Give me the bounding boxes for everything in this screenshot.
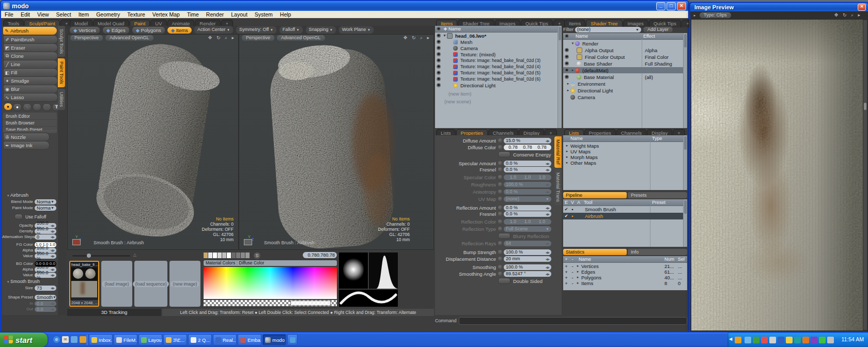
shader-row-directional-light[interactable]: ▸Directional Light bbox=[563, 87, 684, 93]
double-sided-toggle[interactable] bbox=[498, 278, 510, 284]
menu-item[interactable]: Item bbox=[75, 11, 92, 18]
eye-icon[interactable] bbox=[437, 83, 441, 87]
filter-dropdown[interactable]: (none)▼ bbox=[575, 27, 641, 33]
image-preview-titlebar[interactable]: Image Preview ✕ bbox=[690, 3, 868, 11]
minus-button[interactable]: - bbox=[569, 263, 576, 269]
mini-knob-icon[interactable] bbox=[498, 206, 502, 210]
swatch-s-button[interactable]: S bbox=[253, 252, 261, 260]
smoothing-field[interactable]: 100.0 %◀▶ bbox=[504, 264, 551, 270]
menu-vertex-map[interactable]: Vertex Map bbox=[149, 11, 183, 18]
task-embarcadero[interactable]: Emba... bbox=[238, 334, 261, 345]
texture-preview-canvas[interactable] bbox=[691, 20, 864, 330]
shape-preset-dropdown[interactable]: Smooth▼ bbox=[35, 295, 56, 300]
use-falloff-checkbox[interactable] bbox=[14, 214, 23, 219]
shader-row-final-color-output[interactable]: Final Color OutputFinal Color bbox=[563, 54, 684, 60]
menu-system[interactable]: System bbox=[251, 11, 276, 18]
mini-knob-icon[interactable] bbox=[498, 250, 502, 254]
items-scrollbar[interactable] bbox=[557, 26, 562, 128]
tool-airbrush[interactable]: ✎Airbrush bbox=[3, 27, 57, 35]
eye-icon[interactable] bbox=[565, 68, 569, 72]
eye-icon[interactable] bbox=[437, 52, 441, 56]
symmetry-dropdown[interactable]: Symmetry: Off ▼ bbox=[236, 26, 277, 34]
tool-clone[interactable]: ⧉Clone bbox=[3, 52, 58, 60]
tray-icon[interactable] bbox=[761, 337, 768, 343]
falloff-dropdown[interactable]: Falloff ▼ bbox=[279, 26, 303, 34]
specular-amount-field[interactable]: 0.0 %◀▶ bbox=[504, 161, 551, 166]
menu-help[interactable]: Help bbox=[276, 11, 295, 18]
tool-blur[interactable]: ◉Blur bbox=[3, 85, 58, 93]
action-center-dropdown[interactable]: Action Center ▼ bbox=[194, 26, 234, 34]
bump-strength-field[interactable]: 100.0 %◀▶ bbox=[504, 249, 551, 255]
viewport2-type-button[interactable]: Perspective bbox=[242, 35, 274, 41]
side-tab-utilities[interactable]: Utilities bbox=[58, 89, 65, 110]
image-thumb-selected[interactable]: head_bake_fi ... 2048 x 2048, ... bbox=[69, 261, 99, 307]
mini-knob-icon[interactable] bbox=[498, 257, 502, 261]
mode-vertices-button[interactable]: ◆ Vertices bbox=[69, 26, 100, 34]
brush-circle-button[interactable]: ● bbox=[13, 103, 22, 111]
tool-eraser[interactable]: ◩Eraser bbox=[3, 43, 58, 52]
tray-clock[interactable]: 11:54 AM bbox=[841, 336, 864, 342]
eye-icon[interactable] bbox=[437, 34, 441, 38]
quicklaunch-ie-icon[interactable]: e bbox=[53, 336, 60, 343]
plus-button[interactable]: + bbox=[563, 280, 569, 286]
shader-row-defaultmat[interactable]: ▸(defaultMat) bbox=[563, 67, 684, 73]
work-plane-dropdown[interactable]: Work Plane ▼ bbox=[338, 26, 374, 34]
attenuation-steps-field[interactable]: 0◀▶ bbox=[35, 234, 56, 240]
eye-icon[interactable] bbox=[437, 65, 441, 69]
menu-geometry[interactable]: Geometry bbox=[92, 11, 123, 18]
close-button[interactable]: ✕ bbox=[677, 2, 686, 10]
reflection-amount-field[interactable]: 0.0 %◀▶ bbox=[504, 205, 551, 211]
diffuse-amount-field[interactable]: 15.0 %◀▶ bbox=[504, 138, 551, 144]
pipeline-row-airbrush[interactable]: ✔•Airbrush bbox=[563, 213, 684, 219]
tray-icon[interactable] bbox=[794, 337, 801, 343]
mini-knob-icon[interactable] bbox=[498, 167, 502, 171]
pipeline-scrollbar[interactable] bbox=[683, 199, 687, 247]
brush-editor-link[interactable]: Brush Editor bbox=[3, 113, 57, 120]
viewport1-type-button[interactable]: Perspective bbox=[70, 35, 103, 41]
tool-line[interactable]: ╱Line bbox=[3, 60, 58, 69]
paint-mode-dropdown[interactable]: Normal Proj ...▼ bbox=[35, 206, 56, 211]
minus-button[interactable]: - bbox=[569, 275, 576, 280]
tray-icon[interactable] bbox=[827, 337, 834, 343]
color-value-field[interactable]: 0.780.780.78 bbox=[303, 252, 337, 258]
preview-scrollbar[interactable] bbox=[863, 20, 867, 330]
menu-time[interactable]: Time bbox=[183, 11, 203, 18]
tray-icon[interactable] bbox=[778, 337, 784, 343]
eye-icon[interactable] bbox=[565, 48, 569, 52]
diffuse-color-field[interactable]: 0.780.780.78 bbox=[504, 145, 551, 150]
item-row-texture-3[interactable]: Texture: Image: head_bake_final_02d (3) bbox=[435, 57, 558, 64]
item-row-scene[interactable]: ▾head_06.lwo* bbox=[435, 33, 558, 39]
tool-smudge[interactable]: ✦Smudge bbox=[3, 76, 58, 85]
shader-tree-scrollbar[interactable] bbox=[683, 33, 687, 128]
tool-fill[interactable]: ◧Fill bbox=[3, 68, 58, 77]
color-gradient-picker[interactable] bbox=[204, 267, 337, 299]
collapse-arrow-icon[interactable]: ▾ bbox=[7, 194, 9, 197]
viewport1-nav-icons[interactable]: ✥ ↻ ⌕ ▸ bbox=[208, 35, 236, 41]
eye-icon[interactable] bbox=[437, 77, 441, 81]
tray-icon[interactable] bbox=[802, 337, 809, 343]
plus-button[interactable]: + bbox=[563, 275, 569, 280]
conserve-energy-toggle[interactable] bbox=[498, 151, 510, 157]
mini-knob-icon[interactable] bbox=[498, 138, 502, 143]
quicklaunch-app-icon[interactable] bbox=[80, 336, 86, 343]
shader-row-alpha-output[interactable]: Alpha OutputAlpha bbox=[563, 47, 684, 53]
side-tab-material-ref[interactable]: Material Ref bbox=[554, 136, 562, 168]
tray-collapse-icon[interactable]: ◀ bbox=[729, 337, 732, 341]
displacement-distance-field[interactable]: 20 mm◀▶ bbox=[504, 256, 551, 262]
item-row-camera[interactable]: Camera bbox=[435, 45, 558, 51]
item-row-new-scene[interactable]: (new scene) bbox=[435, 98, 558, 104]
load-image-tile[interactable]: (load image) bbox=[101, 261, 132, 307]
quicklaunch-desktop-icon[interactable] bbox=[71, 336, 78, 343]
brush-pen-button[interactable]: ✎ bbox=[23, 103, 32, 111]
quicklaunch-mail-icon[interactable]: ✉ bbox=[62, 336, 69, 343]
minus-button[interactable]: - bbox=[569, 280, 576, 286]
maximize-button[interactable]: □ bbox=[667, 2, 676, 10]
pipeline-row-smooth-brush[interactable]: ✔•Smooth Brush bbox=[563, 206, 684, 213]
tray-icon[interactable] bbox=[786, 337, 793, 343]
tray-icon[interactable] bbox=[745, 337, 751, 343]
grayscale-swatches[interactable] bbox=[204, 253, 250, 258]
menu-edit[interactable]: Edit bbox=[17, 11, 34, 18]
menu-texture[interactable]: Texture bbox=[123, 11, 148, 18]
reflection-fresnel-field[interactable]: 0.0 %◀▶ bbox=[504, 211, 551, 217]
item-row-texture-mixed[interactable]: Texture: (mixed) bbox=[435, 51, 558, 57]
